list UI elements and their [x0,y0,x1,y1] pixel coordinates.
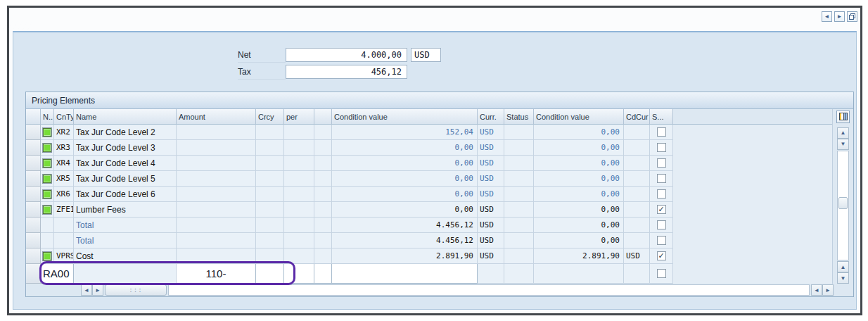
column-header-blank[interactable] [314,109,332,125]
amount-input[interactable]: 110- [177,264,256,284]
cdcur-cell: USD [624,248,650,264]
vertical-scrollbar: ▲ ▼ ▲ ▼ [837,127,850,284]
condition-name-cell: Tax Jur Code Level 6 [74,187,177,202]
statistical-checkbox[interactable] [657,220,666,229]
row-selector[interactable] [26,187,41,202]
statistical-checkbox[interactable] [657,269,666,278]
statistical-cell [650,140,673,156]
crcy-cell [256,187,284,202]
row-selector[interactable] [26,171,41,187]
row-selector[interactable] [26,248,41,264]
tax-row: Tax 456,12 [238,63,470,80]
row-selector[interactable] [26,233,41,248]
tab-overview-button[interactable] [847,11,857,22]
statistical-checkbox[interactable] [657,174,666,183]
column-header-name[interactable]: Name [74,109,177,125]
row-selector[interactable] [26,202,41,218]
blank-cell [314,125,332,140]
hscroll-track[interactable] [168,284,810,296]
column-header-s[interactable]: S... [650,109,673,125]
table-row: XR4Tax Jur Code Level 40,00USD0,00 [26,156,832,171]
condition-type-cell: XR6 [54,187,74,202]
column-header-crcy[interactable]: Crcy [256,109,284,125]
pricing-elements-title: Pricing Elements [26,92,853,109]
table-settings-icon [839,113,848,120]
vscroll-track[interactable] [837,151,849,261]
hscroll-thumb[interactable]: ::: [105,284,167,296]
hscroll-right-button-2[interactable]: ► [822,284,834,296]
status-cell [504,218,534,233]
condition-value-cell: 0,00 [332,187,478,202]
tab-scroll-right-button[interactable]: ► [834,11,845,22]
statistical-cell [650,233,673,248]
cdcur-cell [624,264,650,284]
per-cell [284,218,314,233]
vscroll-down-button-2[interactable]: ▼ [837,272,849,284]
amount-cell [177,202,256,218]
vscroll-thumb[interactable] [838,197,848,209]
hscroll-left-button-2[interactable]: ◄ [811,284,822,296]
condition-type-cell: XR4 [54,156,74,171]
header-filler [673,109,832,125]
hscroll-left-button[interactable]: ◄ [81,284,92,296]
unit-input[interactable] [314,264,332,284]
column-header-amount[interactable]: Amount [177,109,256,125]
condition-name-cell: Tax Jur Code Level 5 [74,171,177,187]
statistical-cell [650,218,673,233]
condition-type-input[interactable]: RA00 [41,264,74,284]
column-header-condition-value-2[interactable]: Condition value [534,109,624,125]
crcy-input[interactable] [256,264,284,284]
row-selector[interactable] [26,264,41,284]
currency-cell: USD [478,218,504,233]
net-currency-field[interactable]: USD [411,48,441,62]
status-green-icon [43,144,51,152]
net-amount-field[interactable]: 4.000,00 [286,48,407,62]
condition-value-input[interactable] [332,264,478,284]
tab-label: Shipping [23,14,50,31]
amount-cell [177,156,256,171]
column-header-cdcur[interactable]: CdCur [624,109,650,125]
sap-conditions-screen: SalesShippingBilling DocumentPayment car… [0,0,868,321]
statistical-checkbox[interactable] [657,236,666,245]
amount-cell [177,187,256,202]
vscroll-up-button-2[interactable]: ▲ [837,261,849,272]
column-header-condition-value[interactable]: Condition value [332,109,478,125]
column-header-n[interactable]: N.. [41,109,54,125]
row-selector[interactable] [26,156,41,171]
tax-amount-field[interactable]: 456,12 [286,65,407,79]
condition-value-2-cell: 0,00 [534,125,624,140]
row-selector[interactable] [26,125,41,140]
statistical-checkbox[interactable] [657,127,666,137]
statistical-checkbox[interactable]: ✓ [657,205,666,214]
column-header-selector[interactable] [26,109,41,125]
condition-name-cell: Cost [74,248,177,264]
vscroll-down-button[interactable]: ▼ [837,139,849,150]
column-header-curr[interactable]: Curr. [478,109,504,125]
crcy-cell [256,156,284,171]
statistical-cell [650,264,673,284]
table-settings-button[interactable] [836,111,850,123]
column-header-per[interactable]: per [284,109,314,125]
tab-label: Sales [27,14,55,31]
hscroll-right-button[interactable]: ► [92,284,103,296]
table-row: VPRSCost2.891,90USD2.891,90USD✓ [26,248,832,264]
net-label: Net [238,48,286,63]
statistical-checkbox[interactable] [657,189,666,199]
column-header-status[interactable]: Status [504,109,534,125]
table-row: Total4.456,12USD0,00 [26,233,832,248]
per-input[interactable] [284,264,314,284]
statistical-checkbox[interactable] [657,143,666,152]
column-header-cnty[interactable]: CnTy [54,109,74,125]
condition-name-cell: Tax Jur Code Level 3 [74,140,177,156]
tab-scroll-left-button[interactable]: ◄ [822,11,832,22]
row-selector[interactable] [26,218,41,233]
condition-type-cell: VPRS [54,248,74,264]
statistical-checkbox[interactable] [657,158,666,168]
status-icon-cell [41,125,54,140]
statistical-checkbox[interactable]: ✓ [657,251,666,260]
blank-cell [314,156,332,171]
vscroll-up-button[interactable]: ▲ [837,127,849,139]
row-selector[interactable] [26,140,41,156]
cdcur-cell [624,171,650,187]
crcy-cell [256,218,284,233]
